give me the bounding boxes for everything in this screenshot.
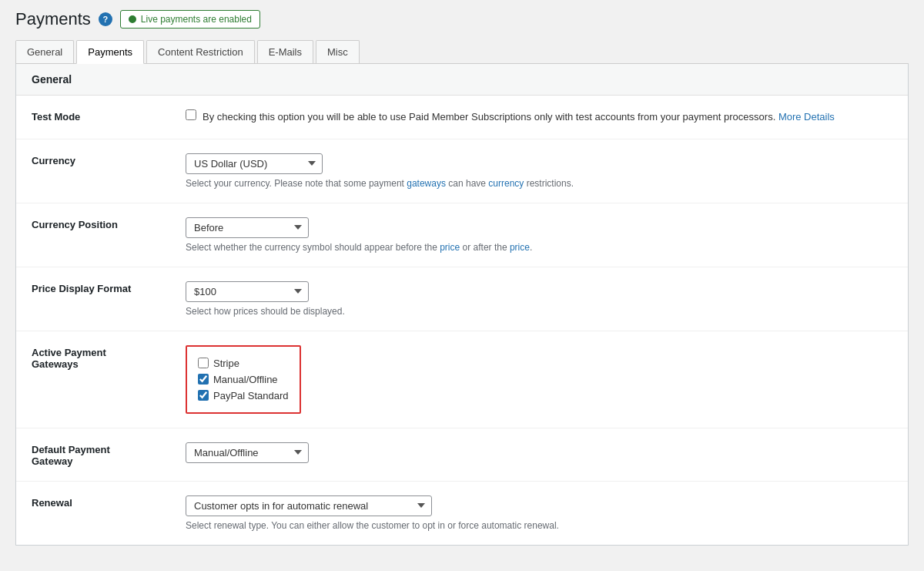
currency-position-label: Currency Position bbox=[32, 217, 186, 230]
tab-payments[interactable]: Payments bbox=[76, 40, 144, 64]
price-display-format-description: Select how prices should be displayed. bbox=[186, 306, 892, 317]
tab-general[interactable]: General bbox=[15, 40, 74, 63]
gateway-manual-row: Manual/Offline bbox=[198, 374, 289, 385]
active-gateways-box: Stripe Manual/Offline PayPal Standard bbox=[186, 345, 301, 414]
tab-content-restriction[interactable]: Content Restriction bbox=[146, 40, 255, 63]
help-icon[interactable]: ? bbox=[99, 12, 112, 26]
active-payment-gateways-row: Active Payment Gateways Stripe Manual/Of… bbox=[16, 331, 908, 428]
renewal-label: Renewal bbox=[32, 495, 186, 509]
live-badge: Live payments are enabled bbox=[120, 10, 260, 29]
tab-emails[interactable]: E-Mails bbox=[257, 40, 313, 63]
tab-misc[interactable]: Misc bbox=[316, 40, 360, 63]
gateway-paypal-label: PayPal Standard bbox=[213, 390, 289, 401]
price-display-format-label: Price Display Format bbox=[32, 281, 186, 294]
test-mode-label: Test Mode bbox=[32, 109, 186, 123]
gateway-manual-checkbox[interactable] bbox=[198, 374, 209, 385]
default-payment-gateway-select[interactable]: Manual/Offline PayPal Standard bbox=[186, 442, 309, 463]
currency-position-control: Before After Select whether the currency… bbox=[186, 217, 892, 253]
currency-description: Select your currency. Please note that s… bbox=[186, 178, 892, 189]
test-mode-row: Test Mode By checking this option you wi… bbox=[16, 96, 908, 139]
currency-select[interactable]: US Dollar (USD) Euro (EUR) British Pound… bbox=[186, 153, 323, 174]
price-display-format-row: Price Display Format $100 $ 100 100$ 100… bbox=[16, 267, 908, 331]
test-mode-description: By checking this option you will be able… bbox=[203, 109, 835, 125]
content-area: General Test Mode By checking this optio… bbox=[15, 64, 909, 546]
gateway-paypal-checkbox[interactable] bbox=[198, 390, 209, 401]
renewal-control: Customer opts in for automatic renewal F… bbox=[186, 495, 892, 531]
default-payment-gateway-row: Default Payment Gateway Manual/Offline P… bbox=[16, 428, 908, 482]
price-display-format-control: $100 $ 100 100$ 100 $ Select how prices … bbox=[186, 281, 892, 317]
currency-position-select[interactable]: Before After bbox=[186, 217, 309, 238]
gateway-stripe-checkbox[interactable] bbox=[198, 358, 209, 368]
currency-label: Currency bbox=[32, 153, 186, 166]
gateway-manual-label: Manual/Offline bbox=[213, 374, 278, 385]
gateway-paypal-row: PayPal Standard bbox=[198, 390, 289, 401]
currency-control: US Dollar (USD) Euro (EUR) British Pound… bbox=[186, 153, 892, 189]
test-mode-more-details-link[interactable]: More Details bbox=[778, 111, 835, 123]
default-payment-gateway-label: Default Payment Gateway bbox=[32, 442, 186, 467]
renewal-select[interactable]: Customer opts in for automatic renewal F… bbox=[186, 495, 432, 516]
active-payment-gateways-label: Active Payment Gateways bbox=[32, 345, 186, 370]
renewal-row: Renewal Customer opts in for automatic r… bbox=[16, 482, 908, 545]
test-mode-checkbox[interactable] bbox=[186, 109, 196, 120]
currency-row: Currency US Dollar (USD) Euro (EUR) Brit… bbox=[16, 139, 908, 203]
active-payment-gateways-control: Stripe Manual/Offline PayPal Standard bbox=[186, 345, 892, 414]
gateway-stripe-row: Stripe bbox=[198, 358, 289, 369]
currency-position-row: Currency Position Before After Select wh… bbox=[16, 203, 908, 267]
page-title: Payments bbox=[15, 9, 91, 29]
live-dot-icon bbox=[129, 15, 136, 23]
test-mode-control: By checking this option you will be able… bbox=[186, 109, 892, 125]
price-display-format-select[interactable]: $100 $ 100 100$ 100 $ bbox=[186, 281, 309, 302]
gateway-stripe-label: Stripe bbox=[213, 358, 239, 369]
renewal-description: Select renewal type. You can either allo… bbox=[186, 520, 892, 531]
currency-position-description: Select whether the currency symbol shoul… bbox=[186, 242, 892, 253]
default-payment-gateway-control: Manual/Offline PayPal Standard bbox=[186, 442, 892, 463]
nav-tabs: General Payments Content Restriction E-M… bbox=[15, 40, 909, 64]
page-header: Payments ? Live payments are enabled bbox=[15, 9, 909, 29]
live-badge-text: Live payments are enabled bbox=[141, 14, 252, 25]
section-general-header: General bbox=[16, 64, 908, 96]
